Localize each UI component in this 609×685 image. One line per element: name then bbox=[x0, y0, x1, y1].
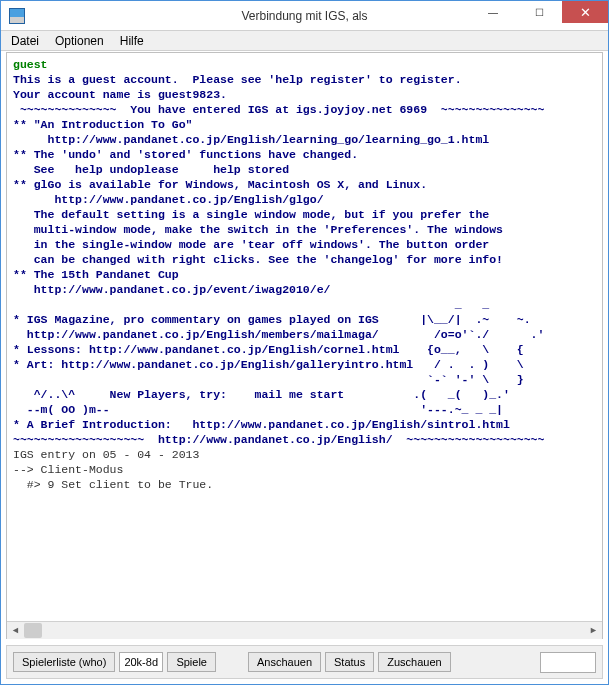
titlebar: Verbindung mit IGS, als — ☐ ✕ bbox=[1, 1, 608, 31]
menu-file[interactable]: Datei bbox=[3, 32, 47, 50]
watch-button[interactable]: Zuschauen bbox=[378, 652, 450, 672]
scroll-right-icon[interactable]: ► bbox=[585, 622, 602, 639]
terminal-output: guest This is a guest account. Please se… bbox=[7, 53, 602, 621]
menu-help[interactable]: Hilfe bbox=[112, 32, 152, 50]
window-controls: — ☐ ✕ bbox=[470, 1, 608, 23]
games-button[interactable]: Spiele bbox=[167, 652, 216, 672]
scroll-left-icon[interactable]: ◄ bbox=[7, 622, 24, 639]
scroll-thumb[interactable] bbox=[24, 623, 42, 638]
guest-line: guest bbox=[13, 58, 48, 71]
bottom-toolbar: Spielerliste (who) Spiele Anschauen Stat… bbox=[6, 645, 603, 679]
close-button[interactable]: ✕ bbox=[562, 1, 608, 23]
menubar: Datei Optionen Hilfe bbox=[1, 31, 608, 51]
minimize-button[interactable]: — bbox=[470, 1, 516, 23]
maximize-button[interactable]: ☐ bbox=[516, 1, 562, 23]
right-input[interactable] bbox=[540, 652, 596, 673]
app-icon bbox=[9, 8, 25, 24]
scroll-track[interactable] bbox=[24, 622, 585, 639]
terminal-area: guest This is a guest account. Please se… bbox=[6, 52, 603, 639]
observe-button[interactable]: Anschauen bbox=[248, 652, 321, 672]
status-button[interactable]: Status bbox=[325, 652, 374, 672]
rank-input[interactable] bbox=[119, 652, 163, 672]
menu-options[interactable]: Optionen bbox=[47, 32, 112, 50]
players-button[interactable]: Spielerliste (who) bbox=[13, 652, 115, 672]
horizontal-scrollbar[interactable]: ◄ ► bbox=[7, 621, 602, 638]
